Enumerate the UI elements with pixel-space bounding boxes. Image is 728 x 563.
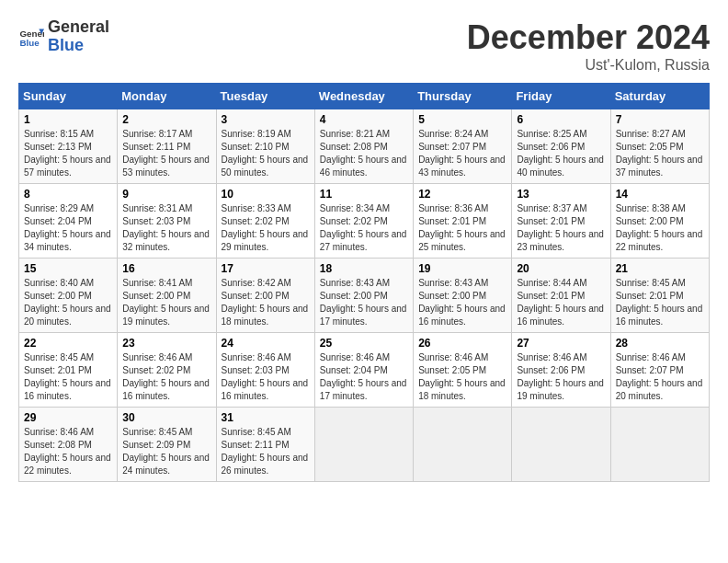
calendar-cell: 7Sunrise: 8:27 AMSunset: 2:05 PMDaylight… (610, 109, 709, 184)
calendar-cell: 23Sunrise: 8:46 AMSunset: 2:02 PMDayligh… (118, 333, 216, 408)
month-title: December 2024 (467, 18, 710, 57)
calendar-cell: 8Sunrise: 8:29 AMSunset: 2:04 PMDaylight… (19, 184, 118, 259)
title-section: December 2024 Ust'-Kulom, Russia (467, 18, 710, 74)
day-info: Sunrise: 8:46 AMSunset: 2:07 PMDaylight:… (616, 351, 704, 403)
day-number: 30 (122, 411, 210, 424)
sunrise-text: Sunrise: 8:45 AM (616, 278, 686, 288)
sunrise-text: Sunrise: 8:40 AM (24, 278, 94, 288)
sunset-text: Sunset: 2:01 PM (517, 216, 585, 226)
calendar-week-5: 29Sunrise: 8:46 AMSunset: 2:08 PMDayligh… (19, 408, 710, 482)
sunrise-text: Sunrise: 8:37 AM (517, 203, 586, 213)
sunset-text: Sunset: 2:10 PM (222, 142, 290, 152)
day-number: 21 (616, 262, 704, 275)
day-info: Sunrise: 8:15 AMSunset: 2:13 PMDaylight:… (24, 128, 112, 179)
daylight-text: Daylight: 5 hours and 18 minutes. (222, 304, 309, 327)
sunrise-text: Sunrise: 8:45 AM (24, 352, 94, 362)
logo-line2: Blue (48, 37, 109, 55)
day-info: Sunrise: 8:24 AMSunset: 2:07 PMDaylight:… (418, 128, 506, 179)
calendar-cell: 19Sunrise: 8:43 AMSunset: 2:00 PMDayligh… (414, 259, 512, 333)
calendar-cell: 4Sunrise: 8:21 AMSunset: 2:08 PMDaylight… (314, 109, 413, 184)
daylight-text: Daylight: 5 hours and 19 minutes. (517, 378, 604, 401)
day-number: 6 (517, 113, 605, 126)
daylight-text: Daylight: 5 hours and 18 minutes. (418, 378, 506, 401)
sunrise-text: Sunrise: 8:19 AM (222, 129, 291, 139)
daylight-text: Daylight: 5 hours and 16 minutes. (616, 304, 703, 327)
sunset-text: Sunset: 2:00 PM (418, 291, 486, 301)
day-info: Sunrise: 8:43 AMSunset: 2:00 PMDaylight:… (320, 277, 408, 328)
day-info: Sunrise: 8:27 AMSunset: 2:05 PMDaylight:… (616, 128, 704, 179)
sunrise-text: Sunrise: 8:25 AM (517, 129, 586, 139)
logo-line1: General (48, 18, 109, 37)
sunrise-text: Sunrise: 8:29 AM (24, 203, 94, 213)
day-info: Sunrise: 8:34 AMSunset: 2:02 PMDaylight:… (320, 202, 408, 254)
sunrise-text: Sunrise: 8:36 AM (418, 203, 488, 213)
calendar-body: 1Sunrise: 8:15 AMSunset: 2:13 PMDaylight… (19, 109, 710, 482)
location-title: Ust'-Kulom, Russia (467, 57, 710, 74)
daylight-text: Daylight: 5 hours and 22 minutes. (616, 229, 703, 252)
sunrise-text: Sunrise: 8:41 AM (122, 278, 192, 288)
daylight-text: Daylight: 5 hours and 16 minutes. (418, 304, 506, 327)
day-number: 10 (222, 188, 310, 201)
day-number: 3 (222, 113, 310, 126)
calendar-cell: 20Sunrise: 8:44 AMSunset: 2:01 PMDayligh… (512, 259, 610, 333)
day-number: 9 (122, 188, 210, 201)
day-number: 14 (616, 188, 704, 201)
sunrise-text: Sunrise: 8:24 AM (418, 129, 488, 139)
sunset-text: Sunset: 2:07 PM (418, 142, 486, 152)
sunrise-text: Sunrise: 8:33 AM (222, 203, 291, 213)
calendar-cell: 6Sunrise: 8:25 AMSunset: 2:06 PMDaylight… (512, 109, 610, 184)
calendar-cell: 22Sunrise: 8:45 AMSunset: 2:01 PMDayligh… (19, 333, 118, 408)
calendar-cell: 13Sunrise: 8:37 AMSunset: 2:01 PMDayligh… (512, 184, 610, 259)
day-info: Sunrise: 8:29 AMSunset: 2:04 PMDaylight:… (24, 202, 112, 254)
day-info: Sunrise: 8:44 AMSunset: 2:01 PMDaylight:… (517, 277, 605, 328)
day-info: Sunrise: 8:36 AMSunset: 2:01 PMDaylight:… (418, 202, 506, 254)
sunset-text: Sunset: 2:08 PM (24, 440, 92, 450)
day-info: Sunrise: 8:42 AMSunset: 2:00 PMDaylight:… (222, 277, 310, 328)
sunset-text: Sunset: 2:03 PM (222, 365, 290, 375)
sunrise-text: Sunrise: 8:46 AM (222, 352, 291, 362)
sunrise-text: Sunrise: 8:46 AM (418, 352, 488, 362)
daylight-text: Daylight: 5 hours and 37 minutes. (616, 155, 703, 178)
daylight-text: Daylight: 5 hours and 34 minutes. (24, 229, 111, 252)
daylight-text: Daylight: 5 hours and 53 minutes. (122, 155, 210, 178)
day-number: 24 (222, 337, 310, 350)
day-info: Sunrise: 8:41 AMSunset: 2:00 PMDaylight:… (122, 277, 210, 328)
calendar-cell: 3Sunrise: 8:19 AMSunset: 2:10 PMDaylight… (216, 109, 314, 184)
sunset-text: Sunset: 2:11 PM (222, 440, 290, 450)
calendar-cell: 26Sunrise: 8:46 AMSunset: 2:05 PMDayligh… (414, 333, 512, 408)
calendar-cell: 1Sunrise: 8:15 AMSunset: 2:13 PMDaylight… (19, 109, 118, 184)
day-number: 18 (320, 262, 408, 275)
calendar-week-2: 8Sunrise: 8:29 AMSunset: 2:04 PMDaylight… (19, 184, 710, 259)
sunrise-text: Sunrise: 8:45 AM (122, 427, 192, 437)
daylight-text: Daylight: 5 hours and 16 minutes. (122, 378, 210, 401)
logo: General Blue General Blue (18, 18, 109, 55)
day-number: 4 (320, 113, 408, 126)
sunrise-text: Sunrise: 8:21 AM (320, 129, 390, 139)
daylight-text: Daylight: 5 hours and 16 minutes. (517, 304, 604, 327)
day-info: Sunrise: 8:33 AMSunset: 2:02 PMDaylight:… (222, 202, 310, 254)
daylight-text: Daylight: 5 hours and 22 minutes. (24, 453, 111, 476)
day-info: Sunrise: 8:46 AMSunset: 2:02 PMDaylight:… (122, 351, 210, 403)
logo-icon: General Blue (18, 24, 44, 50)
sunset-text: Sunset: 2:01 PM (517, 291, 585, 301)
sunset-text: Sunset: 2:07 PM (616, 365, 684, 375)
day-number: 23 (122, 337, 210, 350)
sunrise-text: Sunrise: 8:46 AM (616, 352, 686, 362)
day-number: 16 (122, 262, 210, 275)
svg-text:Blue: Blue (19, 38, 40, 48)
day-number: 7 (616, 113, 704, 126)
daylight-text: Daylight: 5 hours and 24 minutes. (122, 453, 210, 476)
calendar-week-1: 1Sunrise: 8:15 AMSunset: 2:13 PMDaylight… (19, 109, 710, 184)
calendar-cell: 29Sunrise: 8:46 AMSunset: 2:08 PMDayligh… (19, 408, 118, 482)
weekday-header-friday: Friday (512, 84, 610, 109)
calendar-cell: 31Sunrise: 8:45 AMSunset: 2:11 PMDayligh… (216, 408, 314, 482)
calendar-cell: 30Sunrise: 8:45 AMSunset: 2:09 PMDayligh… (118, 408, 216, 482)
day-number: 1 (24, 113, 112, 126)
calendar-week-3: 15Sunrise: 8:40 AMSunset: 2:00 PMDayligh… (19, 259, 710, 333)
day-info: Sunrise: 8:43 AMSunset: 2:00 PMDaylight:… (418, 277, 506, 328)
calendar-cell: 14Sunrise: 8:38 AMSunset: 2:00 PMDayligh… (610, 184, 709, 259)
sunrise-text: Sunrise: 8:46 AM (517, 352, 586, 362)
daylight-text: Daylight: 5 hours and 46 minutes. (320, 155, 407, 178)
sunset-text: Sunset: 2:05 PM (418, 365, 486, 375)
sunrise-text: Sunrise: 8:15 AM (24, 129, 94, 139)
